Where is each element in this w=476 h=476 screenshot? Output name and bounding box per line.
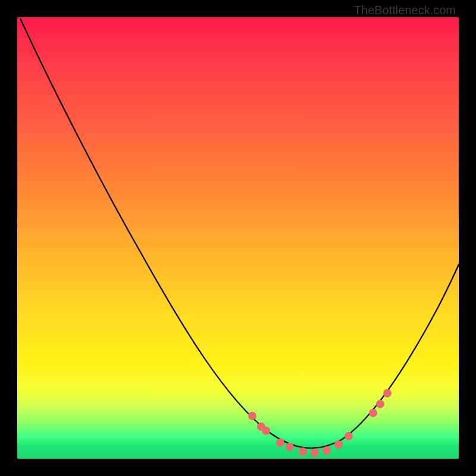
data-marker [345, 432, 353, 440]
data-marker [369, 409, 377, 417]
data-marker [286, 443, 294, 451]
bottleneck-curve-path [20, 18, 459, 448]
data-marker [322, 446, 331, 455]
data-marker [311, 449, 319, 457]
data-marker [248, 412, 256, 420]
data-marker [334, 440, 343, 449]
chart-svg [17, 17, 459, 459]
data-marker [276, 439, 284, 447]
data-marker [383, 389, 392, 397]
data-marker [262, 427, 270, 435]
data-marker [376, 400, 384, 408]
watermark-text: TheBottleneck.com [354, 4, 456, 17]
marker-group [248, 389, 392, 457]
chart-frame [17, 17, 459, 459]
data-marker [299, 447, 307, 456]
